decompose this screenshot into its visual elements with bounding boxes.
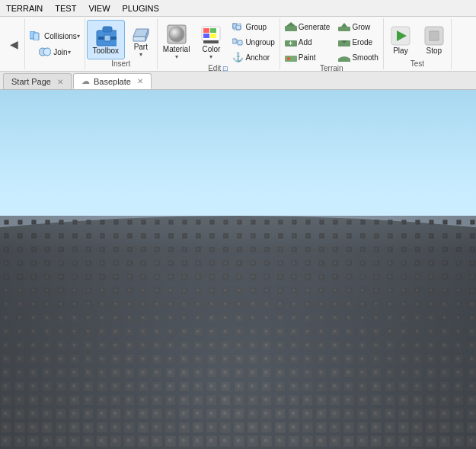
menu-view[interactable]: VIEW	[82, 2, 116, 14]
erode-button[interactable]: Erode	[335, 35, 381, 49]
toolbox-button[interactable]: Toolbox	[87, 20, 125, 59]
collisions-label: Collisions	[44, 32, 77, 40]
svg-rect-23	[238, 40, 242, 45]
material-dropdown-icon: ▾	[175, 53, 178, 60]
stop-label: Stop	[426, 47, 442, 55]
terrain-canvas	[0, 216, 476, 449]
join-label: Join	[53, 48, 67, 56]
svg-rect-30	[338, 27, 350, 31]
ribbon-back-section: ◀	[3, 18, 25, 69]
svg-rect-7	[104, 35, 110, 41]
svg-rect-20	[236, 25, 241, 30]
svg-rect-5	[103, 27, 112, 32]
anchor-label: Anchor	[245, 53, 270, 62]
menu-test[interactable]: TEST	[49, 2, 82, 14]
play-icon	[390, 25, 411, 47]
terrain-grid	[0, 216, 476, 449]
tab-start-page[interactable]: Start Page ✕	[3, 73, 72, 89]
group-label: Group	[245, 23, 267, 31]
ribbon-insert-group: Toolbox Part ▾ Insert	[85, 18, 158, 69]
svg-rect-15	[210, 28, 216, 33]
toolbox-icon	[95, 25, 117, 47]
svg-rect-28	[285, 56, 297, 62]
toolbox-label: Toolbox	[93, 47, 119, 55]
svg-rect-17	[210, 34, 216, 38]
generate-icon	[285, 21, 297, 33]
ungroup-label: Ungroup	[245, 38, 274, 47]
grow-label: Grow	[352, 23, 370, 31]
grow-button[interactable]: Grow	[335, 20, 381, 34]
join-icon	[39, 46, 51, 58]
test-group-label: Test	[411, 59, 424, 69]
add-terrain-icon: +	[285, 36, 297, 48]
ribbon-test-group: Play Stop Test	[384, 18, 452, 69]
material-label: Material	[163, 45, 190, 53]
start-page-tab-close[interactable]: ✕	[57, 78, 63, 86]
svg-marker-25	[286, 22, 296, 26]
join-dropdown-icon: ▾	[68, 49, 71, 56]
color-label: Color	[202, 45, 220, 53]
group-icon	[232, 21, 244, 33]
start-page-tab-label: Start Page	[11, 77, 51, 86]
baseplate-tab-label: Baseplate	[94, 77, 131, 86]
svg-rect-22	[232, 39, 237, 43]
ribbon-terrain-group: Generate + Add Paint	[280, 18, 384, 69]
ungroup-button[interactable]: Ungroup	[228, 35, 277, 49]
collisions-button[interactable]: Collisions ▾	[27, 29, 83, 43]
erode-icon	[338, 36, 350, 48]
smooth-button[interactable]: Smooth	[335, 50, 381, 64]
baseplate-tab-close[interactable]: ✕	[137, 77, 143, 85]
add-button[interactable]: + Add	[282, 35, 334, 49]
svg-text:+: +	[289, 40, 292, 47]
part-icon	[130, 21, 152, 43]
ungroup-icon	[232, 36, 244, 48]
svg-rect-29	[287, 57, 290, 60]
menu-bar: TERRAIN TEST VIEW PLUGINS	[0, 0, 476, 17]
color-button[interactable]: Color ▾	[196, 22, 226, 62]
erode-label: Erode	[352, 38, 372, 47]
svg-rect-14	[203, 28, 209, 33]
group-button[interactable]: Group	[228, 20, 277, 34]
svg-rect-18	[203, 40, 219, 43]
color-icon	[200, 24, 222, 45]
svg-rect-1	[34, 33, 39, 40]
svg-point-3	[43, 48, 51, 56]
play-button[interactable]: Play	[385, 20, 416, 59]
menu-plugins[interactable]: PLUGINS	[117, 2, 165, 14]
ribbon-edit-group: Material ▾ Color ▾	[158, 18, 280, 69]
anchor-icon: ⚓	[232, 51, 244, 63]
edit-expand-icon[interactable]: ⊡	[222, 65, 228, 72]
generate-label: Generate	[299, 23, 331, 31]
material-button[interactable]: Material ▾	[159, 22, 194, 62]
smooth-label: Smooth	[352, 53, 378, 62]
paint-button[interactable]: Paint	[282, 50, 334, 64]
collisions-icon	[30, 30, 42, 42]
paint-icon	[285, 51, 297, 63]
grow-icon	[338, 21, 350, 33]
play-label: Play	[393, 47, 407, 55]
insert-group-label: Insert	[111, 59, 130, 69]
cloud-icon: ☁	[81, 76, 90, 86]
anchor-button[interactable]: ⚓ Anchor	[228, 50, 277, 64]
tabs-bar: Start Page ✕ ☁ Baseplate ✕	[0, 72, 476, 90]
tab-baseplate[interactable]: ☁ Baseplate ✕	[73, 73, 152, 89]
generate-button[interactable]: Generate	[282, 20, 334, 34]
stop-icon	[423, 25, 445, 47]
menu-terrain[interactable]: TERRAIN	[0, 2, 49, 14]
back-button[interactable]: ◀	[5, 24, 23, 64]
part-dropdown-icon: ▾	[139, 51, 142, 58]
svg-rect-24	[285, 26, 297, 31]
stop-button[interactable]: Stop	[419, 20, 449, 59]
join-button[interactable]: Join ▾	[36, 45, 73, 59]
svg-rect-37	[430, 31, 439, 40]
collisions-dropdown-icon: ▾	[77, 33, 80, 40]
terrain-group-label: Terrain	[320, 64, 343, 73]
part-label: Part	[134, 43, 148, 51]
smooth-icon	[338, 51, 350, 63]
svg-rect-16	[203, 34, 209, 38]
viewport	[0, 90, 476, 449]
svg-point-12	[169, 27, 184, 42]
paint-label: Paint	[299, 53, 316, 62]
material-icon	[166, 24, 187, 45]
part-button[interactable]: Part ▾	[126, 20, 155, 59]
